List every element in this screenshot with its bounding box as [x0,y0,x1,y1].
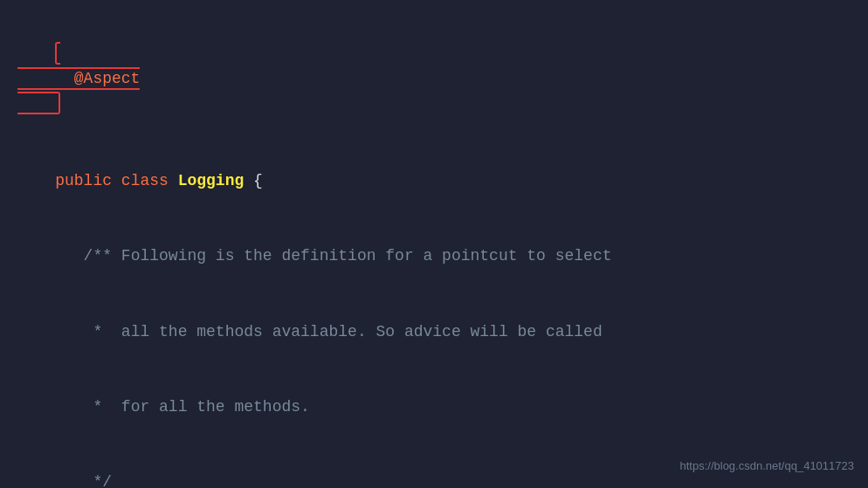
comment-text-1: /** Following is the definition for a po… [55,247,611,265]
brace-open: { [244,172,263,189]
line-comment-3: * for all the methods. [17,369,851,444]
line-class-decl: public class Logging { [17,143,851,218]
line-comment-2: * all the methods available. So advice w… [17,294,851,369]
comment-text-4: */ [55,473,112,488]
line-comment-1: /** Following is the definition for a po… [17,218,851,293]
line-aspect: @Aspect [17,16,851,141]
keyword-public: public [55,172,121,189]
comment-text-3: * for all the methods. [55,398,310,416]
comment-text-2: * all the methods available. So advice w… [55,323,603,340]
watermark: https://blog.csdn.net/qq_41011723 [680,457,855,476]
code-container: @Aspect public class Logging { /** Follo… [0,0,868,488]
class-name-logging: Logging [178,172,245,189]
aspect-annotation: @Aspect [74,70,141,87]
keyword-class: class [121,172,178,189]
